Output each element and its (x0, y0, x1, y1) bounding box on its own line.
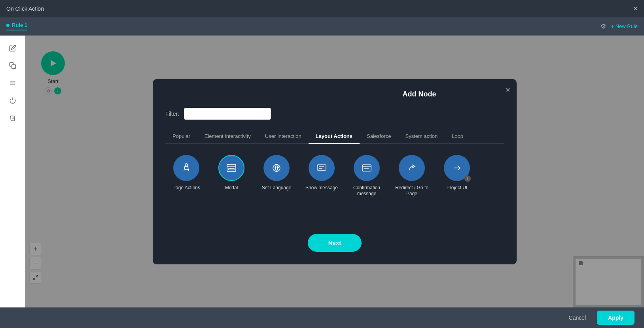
node-icon-3 (309, 155, 335, 181)
filter-input[interactable] (184, 108, 271, 120)
new-rule-button[interactable]: + New Rule (611, 23, 638, 29)
sidebar-delete-button[interactable] (5, 110, 21, 126)
filter-row: Filter: (165, 108, 504, 120)
node-info-icon[interactable]: i (464, 175, 471, 182)
sidebar-edit-button[interactable] (5, 40, 21, 56)
tab-user-interaction[interactable]: User Interaction (258, 129, 309, 144)
canvas-area: Start ⚙ + + − Add (25, 36, 644, 307)
bottom-toolbar: Cancel Apply (0, 307, 644, 328)
modal-title: Add Node (335, 90, 504, 98)
modal-footer: Next (165, 234, 504, 252)
rule-bar: Rule 1 ⚙ + New Rule (0, 17, 644, 36)
node-icon-1 (218, 155, 244, 181)
node-icon-0 (173, 155, 199, 181)
cancel-button[interactable]: Cancel (563, 311, 593, 324)
rule-bar-right: ⚙ + New Rule (600, 23, 638, 30)
tab-popular[interactable]: Popular (165, 129, 197, 144)
svg-rect-14 (317, 165, 326, 170)
tab-element-interactivity[interactable]: Element Interactivity (197, 129, 258, 144)
sidebar-list-button[interactable] (5, 75, 21, 91)
node-item-modal[interactable]: Modal (214, 155, 249, 218)
node-label: Page Actions (172, 185, 200, 191)
tab-system-action[interactable]: System action (398, 129, 445, 144)
node-label: Confirmation message (349, 185, 385, 197)
node-item-confirmation-message[interactable]: Confirmation message (349, 155, 385, 218)
node-icon-6: i (444, 155, 470, 181)
next-button[interactable]: Next (308, 234, 362, 252)
dialog-title: On Click Action (6, 6, 44, 12)
rule-tab[interactable]: Rule 1 (6, 22, 27, 30)
node-item-show-message[interactable]: Show message (304, 155, 339, 218)
node-label: Modal (225, 185, 238, 191)
node-item-redirect-/-go-to-page[interactable]: Redirect / Go to Page (394, 155, 430, 218)
node-icon-5 (399, 155, 425, 181)
svg-rect-11 (229, 168, 234, 170)
svg-rect-17 (362, 165, 371, 171)
tab-loop[interactable]: Loop (445, 129, 470, 144)
node-label: Project UI (447, 185, 468, 191)
node-item-project-ui[interactable]: iProject UI (439, 155, 475, 218)
rule-dot (6, 24, 9, 27)
sidebar-power-button[interactable] (5, 92, 21, 108)
left-sidebar (0, 36, 25, 307)
node-item-page-actions[interactable]: Page Actions (169, 155, 204, 218)
node-label: Redirect / Go to Page (394, 185, 430, 197)
node-icon-2 (263, 155, 290, 181)
node-label: Set Language (262, 185, 292, 191)
tab-salesforce[interactable]: Salesforce (360, 129, 398, 144)
modal-close-button[interactable]: × (506, 85, 510, 94)
main-area: Start ⚙ + + − Add (0, 36, 644, 307)
rule-settings-button[interactable]: ⚙ (600, 23, 606, 30)
tab-layout-actions[interactable]: Layout Actions (309, 129, 360, 144)
modal-overlay: Add Node × Filter: PopularElement Intera… (25, 36, 644, 307)
svg-rect-9 (227, 164, 236, 172)
rule-label: Rule 1 (12, 22, 27, 28)
node-grid: Page ActionsModalSet LanguageShow messag… (165, 155, 504, 218)
title-bar-close-button[interactable]: × (633, 5, 638, 13)
node-icon-4 (354, 155, 380, 181)
node-label: Show message (305, 185, 338, 191)
svg-rect-0 (11, 65, 15, 69)
modal-header: Add Node × (165, 90, 504, 98)
sidebar-copy-button[interactable] (5, 58, 21, 74)
apply-button[interactable]: Apply (597, 311, 635, 325)
add-node-modal: Add Node × Filter: PopularElement Intera… (153, 79, 517, 264)
filter-label: Filter: (165, 111, 179, 117)
title-bar: On Click Action × (0, 0, 644, 17)
svg-point-8 (185, 164, 188, 166)
tabs-row: PopularElement InteractivityUser Interac… (165, 129, 504, 144)
node-item-set-language[interactable]: Set Language (259, 155, 294, 218)
